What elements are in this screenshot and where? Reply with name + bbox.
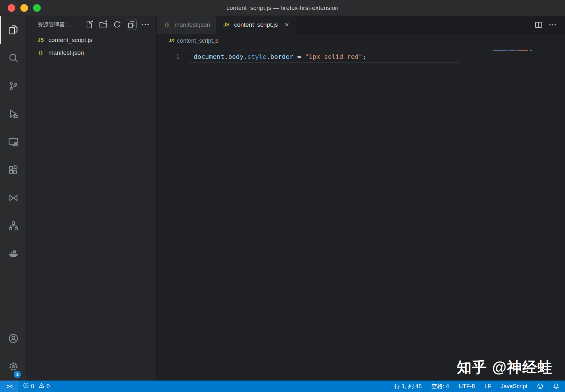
error-icon	[23, 382, 29, 390]
breadcrumb-item-file[interactable]: JS content_script.js	[169, 38, 218, 44]
explorer-file-list: JS content_script.js {} manifest.json	[27, 33, 156, 381]
cursor-position[interactable]: 行 1, 列 46	[393, 381, 423, 392]
code-editor[interactable]: 1 document.body.style.border = "1px soli…	[157, 48, 565, 381]
activity-item-source-control[interactable]	[0, 72, 26, 100]
settings-badge: 1	[14, 371, 21, 378]
code-token: body	[228, 53, 243, 60]
tab-label: manifest.json	[175, 21, 210, 28]
activity-item-explorer[interactable]	[0, 16, 26, 44]
refresh-icon[interactable]	[112, 19, 123, 30]
code-token: =	[293, 53, 305, 60]
extension-b-icon	[8, 220, 19, 232]
account-icon	[8, 333, 19, 344]
activity-item-accounts[interactable]	[0, 325, 26, 353]
activity-bar: 1	[0, 16, 27, 381]
code-token: .	[224, 53, 228, 60]
new-file-button[interactable]	[84, 19, 95, 30]
activity-item-run-debug[interactable]	[0, 100, 26, 128]
more-actions-icon[interactable]	[140, 19, 151, 30]
json-file-icon: {}	[36, 50, 45, 56]
activity-item-search[interactable]	[0, 44, 26, 72]
status-bar-right: 行 1, 列 46 空格: 4 UTF-8 LF JavaScript	[393, 381, 565, 392]
file-name: content_script.js	[48, 37, 92, 44]
warning-count: 0	[46, 383, 50, 390]
collapse-folders-button[interactable]	[126, 19, 137, 30]
js-file-icon: JS	[169, 38, 174, 43]
code-token: ;	[362, 53, 366, 60]
activity-item-extension-a[interactable]	[0, 184, 26, 212]
code-token: style	[247, 53, 267, 60]
close-window-button[interactable]	[8, 4, 15, 12]
file-item-manifest[interactable]: {} manifest.json	[27, 46, 156, 59]
problems-status[interactable]: 0 0	[22, 381, 54, 392]
file-name: manifest.json	[48, 49, 84, 56]
source-control-branch-icon	[8, 80, 19, 92]
indentation-setting[interactable]: 空格: 4	[430, 381, 450, 392]
split-editor-icon[interactable]	[533, 19, 544, 30]
code-line-content: document.body.style.border = "1px solid …	[194, 53, 366, 60]
tab-manifest-json[interactable]: {} manifest.json	[157, 16, 216, 34]
code-token: "1px solid red"	[305, 53, 362, 60]
minimap[interactable]	[492, 48, 565, 381]
new-folder-button[interactable]	[98, 19, 109, 30]
activity-item-docker[interactable]	[0, 240, 26, 268]
remote-explorer-icon	[8, 136, 19, 148]
activity-item-extension-b[interactable]	[0, 212, 26, 240]
code-token: border	[270, 53, 293, 60]
activity-item-settings[interactable]: 1	[0, 353, 26, 381]
js-file-icon: JS	[222, 22, 231, 28]
encoding-setting[interactable]: UTF-8	[457, 381, 476, 392]
tab-content-script-js[interactable]: JS content_script.js ×	[216, 16, 296, 34]
docker-icon	[8, 248, 19, 260]
close-tab-icon[interactable]: ×	[283, 21, 290, 29]
minimize-window-button[interactable]	[20, 4, 28, 12]
warning-icon	[39, 382, 45, 390]
status-bar: >< 0 0 行 1, 列 46 空格: 4 UTF-8 LF JavaScri…	[0, 381, 565, 392]
json-file-icon: {}	[162, 22, 171, 28]
editor-group: {} manifest.json JS content_script.js ×	[157, 16, 565, 381]
code-token: document	[194, 53, 224, 60]
zoom-window-button[interactable]	[33, 4, 41, 12]
line-number: 1	[157, 53, 180, 60]
editor-actions	[533, 16, 565, 34]
activity-item-remote-explorer[interactable]	[0, 128, 26, 156]
eol-setting[interactable]: LF	[483, 381, 492, 392]
editor-more-actions-icon[interactable]	[547, 19, 558, 30]
window-title: content_script.js — firefox-first-extens…	[226, 4, 339, 11]
explorer-title: 资源管理器:...	[38, 21, 80, 28]
error-count: 0	[31, 383, 34, 390]
breadcrumb-label: content_script.js	[177, 38, 218, 44]
remote-icon: ><	[7, 383, 11, 389]
notifications-bell-icon[interactable]	[552, 381, 561, 392]
tab-strip: {} manifest.json JS content_script.js ×	[157, 16, 565, 34]
language-mode[interactable]: JavaScript	[499, 381, 529, 392]
titlebar: content_script.js — firefox-first-extens…	[0, 0, 565, 16]
activity-bar-spacer	[0, 268, 26, 325]
run-and-debug-icon	[8, 108, 19, 120]
feedback-icon[interactable]	[536, 381, 545, 392]
extension-a-icon	[8, 192, 19, 204]
search-icon	[8, 52, 19, 64]
minimap-code-line	[493, 50, 532, 51]
code-token: .	[267, 53, 270, 60]
activity-item-extensions[interactable]	[0, 156, 26, 184]
explorer-header: 资源管理器:...	[27, 16, 156, 33]
workbench: 1 资源管理器:...	[0, 16, 565, 381]
code-token: .	[244, 53, 247, 60]
explorer-actions	[84, 19, 151, 30]
breadcrumb: JS content_script.js	[157, 34, 565, 48]
window-controls	[8, 0, 41, 16]
explorer-sidebar: 资源管理器:...	[27, 16, 157, 381]
tab-label: content_script.js	[234, 21, 278, 28]
vscode-window: content_script.js — firefox-first-extens…	[0, 0, 565, 392]
remote-indicator[interactable]: ><	[0, 381, 18, 392]
files-icon	[8, 24, 19, 36]
file-item-content-script[interactable]: JS content_script.js	[27, 34, 156, 46]
js-file-icon: JS	[36, 37, 45, 43]
extensions-icon	[8, 164, 19, 176]
